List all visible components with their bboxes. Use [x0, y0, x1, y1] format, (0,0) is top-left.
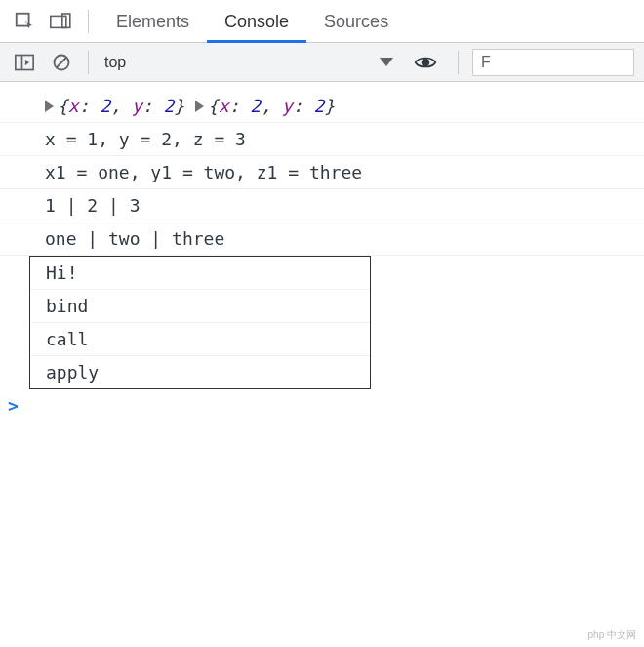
- svg-line-6: [57, 58, 66, 67]
- divider: [458, 51, 459, 74]
- log-row[interactable]: x1 = one, y1 = two, z1 = three: [0, 156, 644, 189]
- tab-sources[interactable]: Sources: [306, 0, 406, 43]
- log-row[interactable]: 1 | 2 | 3: [0, 189, 644, 222]
- log-row-objects[interactable]: {x: 2, y: 2} {x: 2, y: 2}: [0, 90, 644, 123]
- filter-input[interactable]: F: [472, 49, 634, 76]
- context-selector[interactable]: top: [99, 49, 401, 76]
- divider: [88, 51, 89, 74]
- inspect-element-icon[interactable]: [10, 7, 39, 36]
- divider: [88, 10, 89, 33]
- log-row[interactable]: bind: [30, 290, 370, 323]
- log-row[interactable]: one | two | three: [0, 222, 644, 256]
- toggle-sidebar-icon[interactable]: [10, 48, 39, 77]
- live-expression-icon[interactable]: [411, 48, 440, 77]
- tab-elements[interactable]: Elements: [99, 0, 207, 43]
- log-row[interactable]: call: [30, 323, 370, 356]
- chevron-down-icon: [380, 58, 393, 66]
- devtools-tabbar: Elements Console Sources: [0, 0, 644, 43]
- context-label: top: [104, 54, 126, 71]
- console-prompt[interactable]: >: [0, 389, 644, 422]
- console-output: {x: 2, y: 2} {x: 2, y: 2} x = 1, y = 2, …: [0, 82, 644, 422]
- svg-point-7: [423, 59, 429, 65]
- svg-rect-1: [51, 16, 66, 27]
- log-group: Hi! bind call apply: [29, 256, 371, 389]
- log-row[interactable]: x = 1, y = 2, z = 3: [0, 123, 644, 156]
- tab-console[interactable]: Console: [207, 0, 306, 43]
- toggle-device-icon[interactable]: [47, 7, 76, 36]
- clear-console-icon[interactable]: [47, 48, 76, 77]
- log-row[interactable]: Hi!: [30, 257, 370, 290]
- expand-icon[interactable]: [45, 101, 54, 112]
- expand-icon[interactable]: [195, 101, 204, 112]
- log-row[interactable]: apply: [30, 356, 370, 388]
- svg-rect-3: [16, 55, 33, 69]
- console-toolbar: top F: [0, 43, 644, 82]
- svg-rect-0: [17, 13, 29, 25]
